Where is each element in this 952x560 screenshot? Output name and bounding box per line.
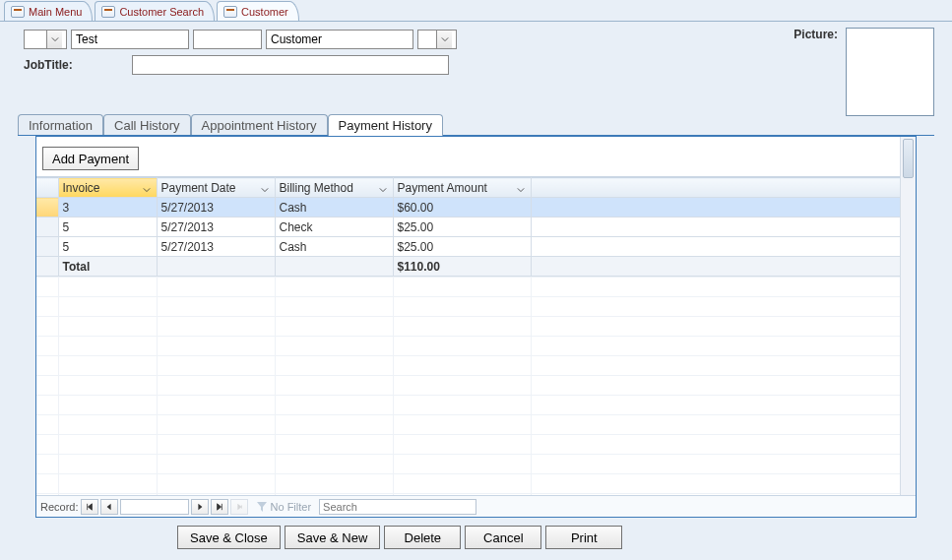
funnel-icon — [256, 501, 268, 513]
table-row[interactable]: 5 5/27/2013 Cash $25.00 — [36, 237, 916, 257]
row-selector[interactable] — [36, 198, 58, 218]
tab-information[interactable]: Information — [18, 114, 103, 136]
cell-method[interactable]: Cash — [275, 237, 393, 257]
cell-method[interactable]: Cash — [275, 198, 393, 218]
save-new-button[interactable]: Save & New — [285, 526, 381, 549]
cell-amount[interactable]: $60.00 — [393, 198, 531, 218]
cell-method[interactable]: Check — [275, 218, 393, 237]
add-payment-button[interactable]: Add Payment — [42, 147, 139, 170]
first-name-field[interactable] — [71, 30, 189, 49]
tab-call-history[interactable]: Call History — [103, 114, 190, 136]
nav-next-button[interactable] — [191, 499, 209, 515]
save-close-button[interactable]: Save & Close — [177, 526, 281, 549]
window-tab-label: Customer Search — [119, 6, 204, 18]
cell-amount[interactable]: $25.00 — [393, 218, 531, 237]
job-title-field[interactable] — [132, 55, 449, 75]
payment-history-panel: Add Payment Invoice — [35, 136, 917, 518]
col-label: Invoice — [63, 181, 100, 195]
record-navigator: Record: No Filter — [36, 495, 916, 517]
payment-grid: Invoice Payment Date Billing Method Paym… — [36, 176, 916, 495]
chevron-down-icon — [436, 31, 452, 48]
total-row: Total $110.00 — [36, 257, 916, 277]
grid-header-row: Invoice Payment Date Billing Method Paym… — [36, 178, 916, 198]
print-button[interactable]: Print — [545, 526, 622, 549]
cell-date[interactable]: 5/27/2013 — [157, 198, 275, 218]
cell-invoice[interactable]: 5 — [58, 218, 157, 237]
recnav-label: Record: — [40, 501, 79, 513]
window-tab-main-menu[interactable]: Main Menu — [4, 1, 93, 21]
middle-name-field[interactable] — [193, 30, 262, 49]
chevron-down-icon — [517, 183, 527, 193]
record-number-field[interactable] — [120, 499, 189, 515]
row-selector[interactable] — [36, 237, 58, 257]
cell-spacer — [531, 237, 916, 257]
grid-empty-area — [36, 277, 916, 495]
cell-amount[interactable]: $25.00 — [393, 237, 531, 257]
total-amount: $110.00 — [393, 257, 531, 277]
col-label: Billing Method — [280, 181, 353, 195]
last-name-field[interactable] — [266, 30, 413, 49]
filter-indicator[interactable]: No Filter — [256, 501, 312, 513]
filter-text: No Filter — [271, 501, 312, 513]
cell-blank — [275, 257, 393, 277]
nav-new-button[interactable] — [230, 499, 248, 515]
detail-tabs: Information Call History Appointment His… — [18, 112, 934, 136]
window-tabs: Main Menu Customer Search Customer — [0, 0, 952, 22]
customer-header: JobTitle: Picture: — [0, 22, 952, 112]
table-row[interactable]: 5 5/27/2013 Check $25.00 — [36, 218, 916, 237]
delete-button[interactable]: Delete — [384, 526, 461, 549]
nav-last-button[interactable] — [211, 499, 228, 515]
row-selector — [36, 257, 58, 277]
cancel-button[interactable]: Cancel — [465, 526, 541, 549]
cell-date[interactable]: 5/27/2013 — [157, 237, 275, 257]
chevron-down-icon — [261, 183, 271, 193]
cell-spacer — [531, 198, 916, 218]
col-label: Payment Amount — [398, 181, 487, 195]
tab-appointment-history[interactable]: Appointment History — [191, 114, 328, 136]
window-tab-label: Main Menu — [29, 6, 82, 18]
cell-date[interactable]: 5/27/2013 — [157, 218, 275, 237]
tab-label: Information — [29, 118, 93, 133]
picture-label: Picture: — [793, 28, 838, 41]
col-billing-method[interactable]: Billing Method — [275, 178, 393, 198]
total-label: Total — [58, 257, 157, 277]
nav-first-button[interactable] — [81, 499, 98, 515]
chevron-down-icon — [143, 183, 153, 193]
form-icon — [11, 6, 25, 18]
form-icon — [101, 6, 115, 18]
table-row[interactable]: 3 5/27/2013 Cash $60.00 — [36, 198, 916, 218]
row-selector[interactable] — [36, 218, 58, 237]
chevron-down-icon — [379, 183, 389, 193]
col-invoice[interactable]: Invoice — [58, 178, 157, 198]
tab-payment-history[interactable]: Payment History — [328, 114, 443, 136]
col-label: Payment Date — [161, 181, 236, 195]
tab-label: Appointment History — [202, 118, 317, 133]
cell-invoice[interactable]: 3 — [58, 198, 157, 218]
select-all-handle[interactable] — [36, 178, 58, 198]
chevron-down-icon — [46, 31, 62, 48]
window-tab-customer[interactable]: Customer — [217, 1, 299, 21]
suffix-combo[interactable] — [417, 30, 457, 49]
prefix-combo[interactable] — [24, 30, 67, 49]
col-payment-date[interactable]: Payment Date — [157, 178, 275, 198]
tab-label: Call History — [114, 118, 179, 133]
col-payment-amount[interactable]: Payment Amount — [393, 178, 531, 198]
cell-spacer — [531, 257, 916, 277]
search-input[interactable] — [319, 499, 476, 515]
vertical-scrollbar[interactable] — [900, 137, 916, 495]
nav-prev-button[interactable] — [100, 499, 118, 515]
form-icon — [223, 6, 237, 18]
picture-box[interactable] — [846, 28, 934, 116]
window-tab-label: Customer — [241, 6, 288, 18]
cell-invoice[interactable]: 5 — [58, 237, 157, 257]
cell-spacer — [531, 218, 916, 237]
cell-blank — [157, 257, 275, 277]
tab-label: Payment History — [339, 118, 432, 133]
job-title-label: JobTitle: — [24, 58, 73, 72]
form-actions: Save & Close Save & New Delete Cancel Pr… — [0, 518, 952, 549]
window-tab-customer-search[interactable]: Customer Search — [95, 1, 215, 21]
col-spacer — [531, 178, 916, 198]
